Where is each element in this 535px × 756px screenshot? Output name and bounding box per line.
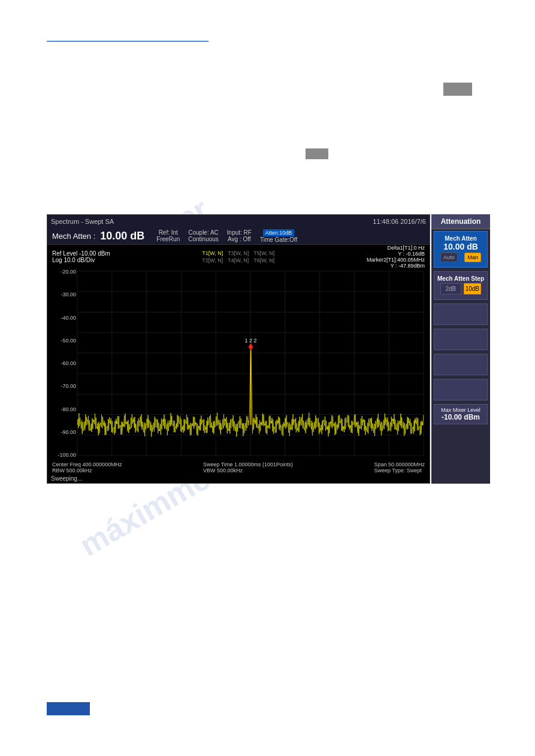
top-decorative-line — [47, 41, 208, 42]
trace-bottom-row: T2[W, N] T4[W, N] T6[W, N] — [202, 257, 274, 263]
rbw: RBW 500.00kHz — [52, 467, 122, 473]
y-label-70: -70.00 — [50, 383, 76, 389]
ref-label: Ref: Int — [159, 229, 178, 236]
gray-box-top — [443, 83, 472, 96]
span: Span 50.000000MHz — [374, 462, 425, 467]
trace-t6: T6[W, N] — [253, 257, 274, 263]
mech-atten-btn-value: 10.00 dB — [437, 242, 485, 251]
y-label-90: -90.00 — [50, 429, 76, 435]
bottom-center: Sweep Time 1.00000ms (1001Points) VBW 50… — [203, 462, 293, 473]
bottom-right: Span 50.000000MHz Sweep Type: Swept — [374, 462, 425, 473]
mech-atten-bar: Mech Atten : 10.00 dB Ref: Int FreeRun C… — [47, 228, 430, 245]
y-axis: -20.00 -30.00 -40.00 -50.00 -60.00 -70.0… — [49, 269, 76, 458]
instrument-header: Spectrum - Swept SA 11:48:06 2016/7/6 — [47, 215, 430, 228]
max-mixer-title: Max Mixer Level — [437, 407, 485, 413]
sweep-type: Sweep Type: Swept — [374, 467, 425, 473]
instrument-wrapper: Spectrum - Swept SA 11:48:06 2016/7/6 Me… — [47, 214, 490, 490]
instrument-title: Spectrum - Swept SA — [51, 218, 114, 225]
auto-button[interactable]: Auto — [440, 253, 458, 262]
atten-badge: Atten:10dB — [263, 229, 295, 236]
y-label-40: -40.00 — [50, 315, 76, 321]
trace-markers-group: T1[W, N] T3[W, N] T5[W, N] T2[W, N] T4[W… — [202, 250, 274, 263]
spectrum-canvas — [47, 269, 430, 458]
gray-box-mid — [306, 148, 328, 159]
time-gate-label: Time Gate:Off — [260, 236, 297, 243]
delta-y: Y : -0.16dB — [367, 251, 425, 257]
step-title: Mech Atten Step — [437, 275, 485, 282]
y-label-50: -50.00 — [50, 338, 76, 344]
y-label-100: -100.00 — [50, 452, 76, 458]
log-scale: Log 10.0 dB/Div — [52, 257, 110, 263]
step-10db-button[interactable]: 10dB — [464, 283, 481, 294]
empty-btn-2[interactable] — [434, 329, 488, 350]
bottom-left: Center Freq 400.000000MHz RBW 500.00kHz — [52, 462, 122, 473]
man-button[interactable]: Man — [464, 253, 481, 262]
delta-marker-info: Delta1[T1]:0 Hz Y : -0.16dB Marker2[T1]:… — [367, 245, 425, 269]
mech-atten-button[interactable]: Mech Atten 10.00 dB Auto Man — [434, 231, 488, 268]
trace-row: Ref Level -10.00 dBm Log 10.0 dB/Div T1[… — [47, 245, 430, 269]
sweeping-bar: Sweeping... — [47, 473, 430, 483]
empty-btn-3[interactable] — [434, 354, 488, 375]
panel-title: Attenuation — [431, 214, 490, 229]
sweeping-text: Sweeping... — [51, 475, 82, 482]
chart-wrapper: -20.00 -30.00 -40.00 -50.00 -60.00 -70.0… — [47, 269, 430, 458]
trace-t3: T3[W, N] — [228, 250, 249, 256]
step-2db-button[interactable]: 2dB — [440, 283, 461, 294]
marker2-y: Y : -47.89dBm — [367, 263, 425, 269]
y-label-30: -30.00 — [50, 292, 76, 297]
mech-atten-value: 10.00 dB — [100, 230, 144, 242]
vbw: VBW 500.00kHz — [203, 467, 293, 473]
trace-t4: T4[W, N] — [228, 257, 249, 263]
y-label-80: -80.00 — [50, 406, 76, 412]
step-btn-row: 2dB 10dB — [437, 282, 485, 296]
sweep-time: Sweep Time 1.00000ms (1001Points) — [203, 462, 293, 467]
marker2-label: Marker2[T1]:400.05MHz — [367, 257, 425, 263]
chart-area: -20.00 -30.00 -40.00 -50.00 -60.00 -70.0… — [47, 269, 430, 458]
mech-atten-step-section: Mech Atten Step 2dB 10dB — [434, 271, 488, 300]
max-mixer-value: -10.00 dBm — [437, 413, 485, 421]
center-freq: Center Freq 400.000000MHz — [52, 462, 122, 467]
mech-atten-btn-title: Mech Atten — [437, 235, 485, 242]
ref-level: Ref Level -10.00 dBm — [52, 250, 110, 257]
max-mixer-button[interactable]: Max Mixer Level -10.00 dBm — [434, 404, 488, 424]
trace-left: Ref Level -10.00 dBm Log 10.0 dB/Div — [52, 250, 110, 263]
trace-t2: T2[W, N] — [202, 257, 223, 263]
trace-top-row: T1[W, N] T3[W, N] T5[W, N] — [202, 250, 274, 256]
avg-label: Avg : Off — [228, 236, 251, 242]
right-panel: Attenuation Mech Atten 10.00 dB Auto Man… — [431, 214, 490, 484]
empty-btn-4[interactable] — [434, 379, 488, 400]
instrument-screen: Spectrum - Swept SA 11:48:06 2016/7/6 Me… — [47, 214, 430, 484]
continuous-label: Continuous — [188, 236, 219, 242]
mech-atten-label: Mech Atten : — [52, 232, 95, 241]
empty-btn-1[interactable] — [434, 303, 488, 325]
couple-label: Couple: AC — [188, 229, 219, 236]
instrument-time: 11:48:06 2016/7/6 — [373, 218, 426, 225]
input-label: Input: RF — [227, 229, 252, 236]
delta-label: Delta1[T1]:0 Hz — [367, 245, 425, 251]
trace-t5: T5[W, N] — [253, 250, 274, 256]
blue-box-bottom — [47, 702, 90, 715]
freerun-label: FreeRun — [156, 236, 180, 242]
y-label-60: -60.00 — [50, 360, 76, 366]
trace-t1: T1[W, N] — [202, 250, 223, 256]
mech-atten-mode-row: Auto Man — [437, 251, 485, 263]
y-label-20: -20.00 — [50, 269, 76, 275]
